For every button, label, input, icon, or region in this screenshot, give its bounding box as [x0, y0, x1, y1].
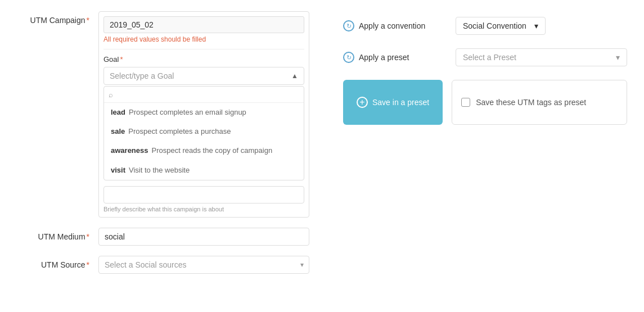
list-item[interactable]: leadProspect completes an email signup	[104, 103, 304, 122]
left-panel: UTM Campaign* All required values should…	[17, 11, 309, 301]
convention-value: Social Convention	[463, 21, 526, 30]
search-icon: ⌕	[109, 91, 113, 99]
goal-dropdown-trigger[interactable]: Select/type a Goal ▲	[103, 67, 304, 85]
goal-search-input[interactable]	[116, 90, 299, 99]
campaign-box: All required values should be filled Goa…	[98, 11, 309, 218]
utm-campaign-content: All required values should be filled Goa…	[98, 11, 309, 218]
goal-placeholder: Select/type a Goal	[110, 71, 174, 80]
utm-source-wrapper: Select a Social sources ▾	[98, 256, 309, 274]
utm-source-select[interactable]: Select a Social sources	[98, 256, 309, 274]
campaign-input-row	[103, 16, 304, 33]
save-as-preset-checkbox[interactable]	[461, 98, 470, 107]
utm-campaign-row: UTM Campaign* All required values should…	[17, 11, 309, 218]
refresh-icon: ↻	[343, 20, 354, 31]
utm-medium-label: UTM Medium*	[17, 228, 98, 241]
right-panel: ↻ Apply a convention Social Convention ▾…	[343, 11, 627, 301]
list-item[interactable]: visitVisit to the website	[104, 161, 304, 180]
save-preset-row: + Save in a preset Save these UTM tags a…	[343, 80, 627, 125]
utm-source-label: UTM Source*	[17, 256, 98, 269]
save-preset-button[interactable]: + Save in a preset	[343, 80, 443, 125]
list-item[interactable]: awarenessProspect reads the copy of camp…	[104, 141, 304, 160]
goal-dropdown-list: leadProspect completes an email signupsa…	[104, 103, 304, 180]
goal-dropdown-open: ⌕ leadProspect completes an email signup…	[103, 86, 304, 180]
preset-dropdown[interactable]: Select a Preset ▾	[456, 48, 627, 66]
utm-source-row: UTM Source* Select a Social sources ▾	[17, 256, 309, 274]
goal-search-box: ⌕	[104, 87, 304, 103]
utm-source-content: Select a Social sources ▾	[98, 256, 309, 274]
convention-chevron-icon: ▾	[534, 21, 538, 30]
goal-section: Goal* Select/type a Goal ▲ ⌕	[103, 49, 304, 212]
plus-circle-icon: +	[357, 97, 368, 108]
chevron-up-icon: ▲	[291, 72, 298, 80]
utm-campaign-input[interactable]	[103, 16, 304, 33]
save-as-preset-box: Save these UTM tags as preset	[452, 80, 627, 125]
convention-label: ↻ Apply a convention	[343, 20, 444, 31]
convention-dropdown[interactable]: Social Convention ▾	[456, 17, 546, 35]
goal-description-input[interactable]	[103, 186, 304, 204]
campaign-error: All required values should be filled	[103, 35, 304, 43]
description-hint: Briefly describe what this campaign is a…	[103, 206, 304, 212]
utm-medium-input[interactable]	[98, 228, 309, 246]
save-preset-label: Save in a preset	[372, 98, 429, 107]
preset-label: ↻ Apply a preset	[343, 52, 444, 63]
utm-campaign-label: UTM Campaign*	[17, 11, 98, 25]
goal-label: Goal*	[103, 55, 304, 64]
utm-medium-row: UTM Medium*	[17, 228, 309, 246]
preset-refresh-icon: ↻	[343, 52, 354, 63]
utm-medium-content	[98, 228, 309, 246]
list-item[interactable]: saleProspect completes a purchase	[104, 122, 304, 141]
save-as-preset-label: Save these UTM tags as preset	[476, 98, 586, 107]
convention-row: ↻ Apply a convention Social Convention ▾	[343, 17, 627, 35]
preset-chevron-icon: ▾	[616, 53, 620, 62]
preset-row: ↻ Apply a preset Select a Preset ▾	[343, 48, 627, 66]
preset-placeholder: Select a Preset	[463, 53, 516, 62]
